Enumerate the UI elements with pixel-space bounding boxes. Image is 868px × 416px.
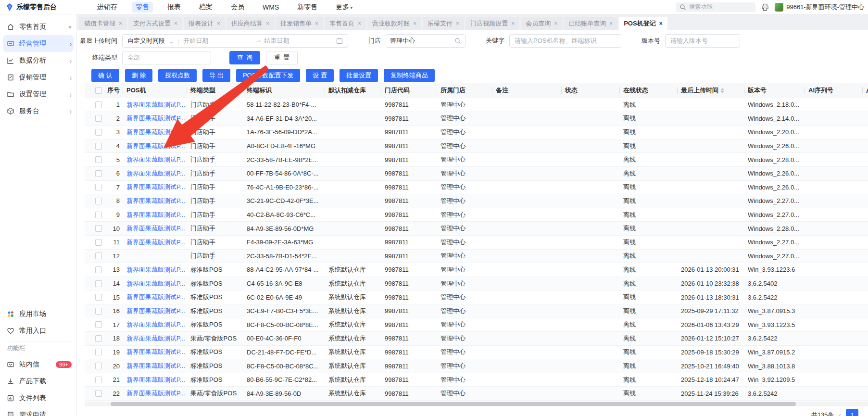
action-button-5[interactable]: POS参数配置下发 — [236, 69, 300, 82]
tab-6[interactable]: 零售首页× — [325, 17, 366, 30]
top-menu-6[interactable]: WMS — [259, 2, 283, 12]
sidebar-tool-item-4[interactable]: 需求申请 — [0, 406, 76, 416]
top-menu-1[interactable]: 进销存 — [93, 2, 121, 13]
tab-12[interactable]: POS机登记× — [619, 17, 667, 30]
close-icon[interactable]: × — [554, 20, 557, 27]
top-menu-5[interactable]: 会员 — [227, 2, 248, 13]
tab-2[interactable]: 支付方式设置× — [128, 17, 182, 30]
action-button-8[interactable]: 复制终端商品 — [384, 69, 435, 82]
tab-9[interactable]: 门店视频设置× — [465, 17, 519, 30]
tab-3[interactable]: 报表设计× — [184, 17, 225, 30]
terminal-type-input[interactable]: 全部 — [122, 51, 211, 64]
reset-button[interactable]: 重置 — [266, 51, 298, 64]
row-checkbox[interactable] — [95, 294, 102, 301]
cell-pos[interactable]: 新界面果蔬版测试P... — [123, 334, 187, 343]
close-icon[interactable]: × — [358, 20, 361, 27]
row-checkbox[interactable] — [95, 156, 102, 163]
close-icon[interactable]: × — [217, 20, 220, 27]
row-checkbox[interactable] — [95, 225, 102, 232]
action-button-1[interactable]: 确 认 — [91, 69, 119, 82]
row-checkbox[interactable] — [95, 321, 102, 328]
cell-pos[interactable]: 新界面果蔬版测试P... — [123, 101, 187, 109]
row-checkbox[interactable] — [95, 363, 102, 369]
row-checkbox[interactable] — [95, 170, 102, 177]
close-icon[interactable]: × — [609, 20, 613, 27]
row-checkbox[interactable] — [95, 377, 102, 383]
row-checkbox[interactable] — [95, 143, 102, 150]
sidebar-item-2[interactable]: 经营管理› — [3, 35, 74, 52]
select-all-checkbox[interactable] — [95, 87, 102, 94]
action-button-3[interactable]: 授权点数 — [158, 69, 197, 82]
tab-4[interactable]: 供应商结算× — [226, 17, 274, 30]
collapse-sidebar-icon[interactable]: « — [68, 23, 72, 30]
time-range-select[interactable]: 自定义时间段 — [127, 37, 165, 45]
row-checkbox[interactable] — [95, 198, 102, 204]
scrollbar-thumb[interactable] — [111, 402, 796, 406]
row-checkbox[interactable] — [95, 101, 102, 108]
cell-pos[interactable]: 新界面果蔬版测试P... — [123, 389, 187, 398]
action-button-4[interactable]: 导 出 — [202, 69, 230, 82]
cell-pos[interactable]: 新界面果蔬版测试P... — [123, 307, 187, 315]
row-checkbox[interactable] — [95, 184, 102, 190]
action-button-2[interactable]: 删 除 — [125, 69, 153, 82]
sidebar-item-5[interactable]: 设置管理› — [0, 86, 76, 102]
cell-pos[interactable]: 新界面果蔬版测试P... — [123, 211, 187, 219]
top-menu-3[interactable]: 报表 — [164, 2, 185, 13]
cell-pos[interactable]: 新界面果蔬版测试P... — [123, 128, 187, 137]
tab-8[interactable]: 乐檬支付× — [423, 17, 464, 30]
end-date-input[interactable]: 结束日期 — [264, 37, 289, 45]
close-icon[interactable]: × — [266, 20, 269, 27]
close-icon[interactable]: × — [413, 20, 416, 27]
sidebar-item-3[interactable]: 数据分析› — [0, 52, 76, 69]
cell-pos[interactable]: 新界面果蔬版测试P... — [123, 376, 187, 384]
top-menu-7[interactable]: 新零售 — [293, 2, 321, 13]
date-range-picker[interactable]: 自定义时间段 ⌄ | 开始日期 ⇀ 结束日期 — [122, 34, 348, 48]
top-menu-2[interactable]: 零售 — [132, 2, 153, 13]
row-checkbox[interactable] — [95, 349, 102, 355]
search-input[interactable]: 搜索功能 — [676, 2, 755, 12]
row-checkbox[interactable] — [95, 390, 102, 397]
sidebar-item-4[interactable]: 促销管理› — [0, 69, 76, 86]
row-checkbox[interactable] — [95, 308, 102, 315]
cell-pos[interactable]: 新界面果蔬版测试P... — [123, 155, 187, 164]
cell-pos[interactable]: 新界面果蔬版测试P... — [123, 142, 187, 151]
sidebar-bottom-item-1[interactable]: 应用市场 — [0, 305, 76, 322]
sidebar-item-6[interactable]: 服务台› — [0, 102, 76, 119]
close-icon[interactable]: × — [174, 20, 177, 27]
cell-pos[interactable]: 新界面果蔬版测试P... — [123, 348, 187, 356]
cell-pos[interactable]: 新界面果蔬版测试P... — [123, 362, 187, 370]
row-checkbox[interactable] — [95, 129, 102, 136]
version-input[interactable]: 请输入版本号 — [665, 34, 740, 48]
close-icon[interactable]: × — [659, 20, 663, 27]
sort-icon[interactable] — [720, 88, 724, 93]
sidebar-item-1[interactable]: 零售首页« — [0, 18, 76, 35]
app-logo[interactable]: 乐檬零售后台 — [0, 3, 87, 12]
sidebar-tool-item-1[interactable]: 站内信99+ — [0, 356, 76, 373]
prev-page-icon[interactable]: ‹ — [839, 411, 841, 416]
row-checkbox[interactable] — [95, 212, 102, 218]
close-icon[interactable]: × — [511, 20, 515, 27]
row-checkbox[interactable] — [95, 280, 102, 287]
cell-pos[interactable]: 新界面果蔬版测试P... — [123, 183, 187, 191]
cell-pos[interactable]: 新界面果蔬版测试P... — [123, 238, 187, 247]
close-icon[interactable]: × — [119, 20, 122, 27]
store-select[interactable]: 管理中心 — [386, 34, 465, 48]
top-menu-4[interactable]: 档案 — [195, 2, 216, 13]
sidebar-tool-item-3[interactable]: 文件列表 — [0, 390, 76, 406]
page-1-button[interactable]: 1 — [846, 409, 858, 416]
tab-5[interactable]: 批发销售单× — [276, 17, 323, 30]
tab-7[interactable]: 营业收款对账× — [367, 17, 421, 30]
printer-icon[interactable] — [761, 3, 769, 11]
cell-pos[interactable]: 新界面果蔬版测试P... — [123, 265, 187, 274]
tab-1[interactable]: 储值卡管理× — [79, 17, 127, 30]
horizontal-scrollbar[interactable] — [85, 402, 868, 406]
close-icon[interactable]: × — [315, 20, 318, 27]
top-menu-8[interactable]: 更多▾ — [332, 2, 356, 13]
row-checkbox[interactable] — [95, 266, 102, 273]
row-checkbox[interactable] — [95, 252, 102, 259]
start-date-input[interactable]: 开始日期 — [183, 37, 208, 45]
action-button-6[interactable]: 设 置 — [306, 69, 334, 82]
cell-pos[interactable]: 新界面果蔬版测试P... — [123, 197, 187, 205]
cell-pos[interactable]: 新界面果蔬版测试P... — [123, 114, 187, 123]
sidebar-bottom-item-2[interactable]: 常用入口 — [0, 322, 76, 339]
